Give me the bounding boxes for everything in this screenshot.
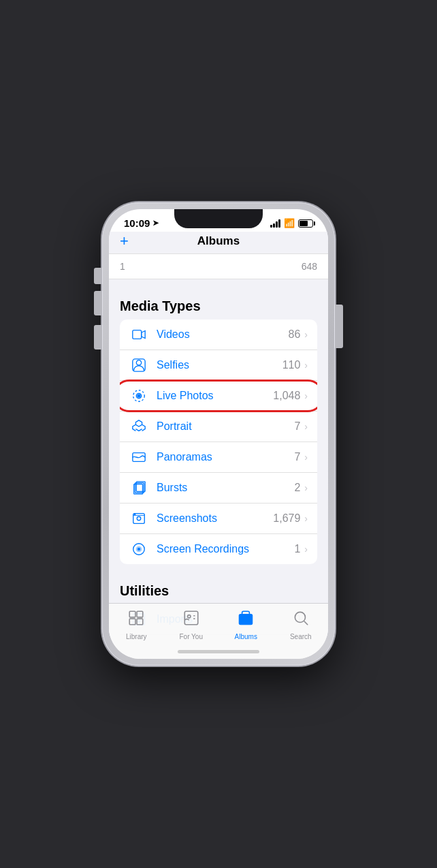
svg-point-28 — [295, 612, 305, 622]
list-item-portrait[interactable]: Portrait 7 › — [120, 412, 317, 442]
svg-point-12 — [137, 516, 141, 521]
battery-icon — [298, 219, 313, 228]
svg-rect-24 — [137, 619, 143, 625]
live-photos-chevron: › — [304, 390, 308, 401]
svg-rect-27 — [240, 615, 253, 625]
bursts-icon — [129, 480, 148, 495]
screen-recordings-chevron: › — [304, 544, 308, 555]
page-title: Albums — [197, 234, 240, 248]
svg-rect-22 — [137, 611, 143, 617]
home-indicator — [178, 650, 259, 653]
list-item-screen-recordings[interactable]: Screen Recordings 1 › — [120, 534, 317, 564]
list-item-live-photos[interactable]: Live Photos 1,048 › — [120, 381, 317, 412]
list-item-selfies[interactable]: Selfies 110 › — [120, 350, 317, 381]
utilities-title: Utilities — [109, 583, 328, 604]
videos-count: 86 — [289, 328, 301, 341]
for-you-tab-icon — [182, 609, 200, 631]
status-icons: 📶 — [270, 218, 313, 228]
bursts-chevron: › — [304, 482, 308, 493]
list-item-videos[interactable]: Videos 86 › — [120, 320, 317, 350]
portrait-count: 7 — [294, 420, 300, 433]
tab-albums[interactable]: Albums — [218, 609, 274, 640]
selfies-count: 110 — [282, 359, 301, 371]
search-tab-label: Search — [290, 633, 312, 640]
panoramas-label: Panoramas — [157, 451, 294, 463]
phone-frame: 10:09 ➤ 📶 + Albums — [102, 202, 335, 666]
selfies-chevron: › — [304, 360, 308, 371]
media-types-list: Videos 86 › Selfies — [120, 320, 317, 564]
mute-button[interactable] — [94, 268, 102, 284]
screen-recordings-count: 1 — [294, 543, 300, 555]
svg-rect-21 — [130, 611, 136, 617]
partial-right: 648 — [302, 261, 317, 272]
scroll-content: 1 648 Media Types Videos — [109, 254, 328, 636]
panoramas-icon — [129, 450, 148, 465]
svg-rect-23 — [130, 619, 136, 625]
list-item-screenshots[interactable]: Screenshots 1,679 › — [120, 503, 317, 534]
portrait-icon — [129, 419, 148, 434]
panoramas-count: 7 — [294, 451, 300, 463]
screenshots-count: 1,679 — [273, 512, 300, 525]
portrait-label: Portrait — [157, 420, 294, 433]
videos-icon — [129, 327, 148, 342]
screenshots-label: Screenshots — [157, 512, 273, 525]
nav-header: + Albums — [109, 232, 328, 254]
videos-chevron: › — [304, 329, 308, 340]
media-types-section: Media Types Videos 86 › — [109, 298, 328, 564]
search-tab-icon — [292, 609, 310, 631]
svg-rect-0 — [133, 330, 142, 339]
tab-library[interactable]: Library — [109, 609, 164, 640]
screenshots-icon — [129, 511, 148, 526]
svg-point-16 — [138, 548, 140, 551]
wifi-icon: 📶 — [284, 218, 295, 228]
library-tab-icon — [127, 609, 145, 631]
screenshots-chevron: › — [304, 513, 308, 524]
volume-down-button[interactable] — [94, 325, 102, 350]
signal-bars — [270, 219, 280, 228]
location-icon: ➤ — [152, 219, 159, 228]
partial-top-item: 1 648 — [109, 254, 328, 279]
phone-screen: 10:09 ➤ 📶 + Albums — [109, 209, 328, 659]
screen-recordings-icon — [129, 542, 148, 557]
notch — [174, 209, 263, 228]
tab-for-you[interactable]: For You — [164, 609, 219, 640]
partial-left: 1 — [120, 261, 125, 272]
for-you-tab-label: For You — [180, 633, 203, 640]
power-button[interactable] — [335, 305, 343, 348]
bursts-label: Bursts — [157, 482, 294, 494]
status-time: 10:09 — [124, 217, 150, 229]
selfies-icon — [129, 358, 148, 373]
albums-tab-icon — [237, 609, 255, 631]
bursts-count: 2 — [294, 482, 300, 494]
list-item-bursts[interactable]: Bursts 2 › — [120, 473, 317, 503]
svg-point-13 — [134, 514, 135, 514]
media-types-title: Media Types — [109, 298, 328, 320]
add-album-button[interactable]: + — [120, 232, 129, 250]
selfies-label: Selfies — [157, 359, 282, 371]
albums-tab-label: Albums — [235, 633, 257, 640]
svg-point-1 — [136, 360, 141, 365]
panoramas-chevron: › — [304, 452, 308, 463]
tab-search[interactable]: Search — [274, 609, 329, 640]
list-item-panoramas[interactable]: Panoramas 7 › — [120, 442, 317, 473]
volume-up-button[interactable] — [94, 291, 102, 315]
screen-recordings-label: Screen Recordings — [157, 543, 294, 555]
library-tab-label: Library — [126, 633, 147, 640]
live-photos-label: Live Photos — [157, 390, 273, 402]
live-photos-icon — [129, 388, 148, 403]
videos-label: Videos — [157, 328, 289, 341]
svg-point-6 — [137, 394, 140, 397]
svg-point-26 — [187, 615, 190, 618]
live-photos-count: 1,048 — [273, 390, 300, 402]
svg-rect-25 — [184, 611, 198, 625]
portrait-chevron: › — [304, 421, 308, 432]
